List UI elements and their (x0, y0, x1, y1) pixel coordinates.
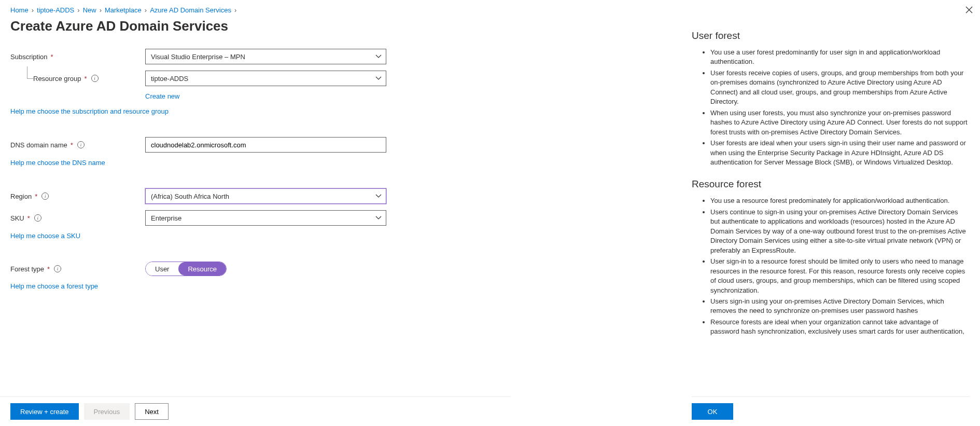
panel-heading-user-forest: User forest (692, 30, 968, 42)
forest-type-toggle: User Resource (145, 262, 227, 276)
help-panel: User forest You use a user forest predom… (681, 0, 980, 426)
dns-label: DNS domain name (10, 141, 67, 149)
resource-group-select[interactable]: tiptoe-ADDS (145, 71, 386, 86)
previous-button[interactable]: Previous (84, 403, 130, 420)
chevron-down-icon (375, 215, 382, 223)
tree-connector-icon (27, 66, 36, 79)
sku-value: Enterprise (151, 214, 181, 222)
page-title: Create Azure AD Domain Services (10, 18, 500, 34)
sku-row: SKU * i Enterprise (10, 210, 500, 226)
breadcrumb-link[interactable]: Marketplace (105, 6, 142, 14)
region-row: Region * i (Africa) South Africa North (10, 188, 500, 204)
footer: Review + create Previous Next (0, 396, 511, 426)
required-icon: * (51, 53, 53, 61)
help-dns-link[interactable]: Help me choose the DNS name (10, 159, 105, 167)
forest-toggle-resource[interactable]: Resource (178, 262, 226, 276)
region-value: (Africa) South Africa North (151, 193, 229, 200)
required-icon: * (71, 141, 73, 149)
forest-type-row: Forest type * i User Resource (10, 262, 500, 276)
dns-row: DNS domain name * i (10, 137, 500, 153)
info-icon[interactable]: i (54, 265, 61, 272)
subscription-row: Subscription * Visual Studio Enterprise … (10, 49, 500, 64)
next-button[interactable]: Next (135, 403, 169, 420)
list-item: You use a user forest predominantly for … (710, 48, 968, 67)
list-item: When using user forests, you must also s… (710, 108, 968, 137)
panel-heading-resource-forest: Resource forest (692, 178, 968, 190)
list-item: User forests are ideal when your users s… (710, 139, 968, 167)
required-icon: * (27, 214, 30, 222)
info-icon[interactable]: i (34, 214, 41, 222)
user-forest-list: You use a user forest predominantly for … (692, 48, 968, 167)
resource-group-row: Resource group * i tiptoe-ADDS (10, 71, 500, 86)
list-item: User sign-in to a resource forest should… (710, 257, 968, 295)
subscription-label: Subscription (10, 53, 48, 61)
review-create-button[interactable]: Review + create (10, 403, 79, 420)
info-icon[interactable]: i (77, 141, 85, 148)
chevron-right-icon: › (100, 6, 102, 14)
help-forest-link[interactable]: Help me choose a forest type (10, 282, 98, 290)
info-icon[interactable]: i (91, 75, 99, 82)
breadcrumb-link[interactable]: Azure AD Domain Services (150, 6, 231, 14)
chevron-down-icon (375, 193, 382, 201)
help-subscription-rg-link[interactable]: Help me choose the subscription and reso… (10, 107, 169, 115)
breadcrumb-link[interactable]: New (83, 6, 96, 14)
info-icon[interactable]: i (41, 193, 49, 200)
sku-label: SKU (10, 214, 24, 222)
help-sku-link[interactable]: Help me choose a SKU (10, 232, 80, 240)
required-icon: * (35, 193, 37, 200)
subscription-select[interactable]: Visual Studio Enterprise – MPN (145, 49, 386, 64)
ok-button[interactable]: OK (692, 403, 733, 420)
chevron-right-icon: › (145, 6, 147, 14)
list-item: Users sign-in using your on-premises Act… (710, 297, 968, 316)
breadcrumb: Home› tiptoe-ADDS› New› Marketplace› Azu… (10, 6, 500, 14)
chevron-right-icon: › (77, 6, 79, 14)
forest-toggle-user[interactable]: User (146, 262, 178, 276)
breadcrumb-link[interactable]: Home (10, 6, 29, 14)
main-form-area: Home› tiptoe-ADDS› New› Marketplace› Azu… (0, 0, 511, 426)
resource-forest-list: You use a resource forest predominately … (692, 196, 968, 336)
list-item: Users continue to sign-in using your on-… (710, 208, 968, 255)
dns-input[interactable] (145, 137, 386, 153)
panel-footer: OK (692, 396, 970, 426)
list-item: User forests receive copies of users, gr… (710, 68, 968, 107)
chevron-down-icon (375, 53, 382, 61)
breadcrumb-link[interactable]: tiptoe-ADDS (37, 6, 74, 14)
list-item: Resource forests are ideal when your org… (710, 318, 968, 337)
list-item: You use a resource forest predominately … (710, 196, 968, 205)
required-icon: * (85, 75, 87, 83)
resource-group-value: tiptoe-ADDS (151, 75, 188, 83)
sku-select[interactable]: Enterprise (145, 210, 386, 226)
required-icon: * (47, 265, 50, 273)
create-new-link[interactable]: Create new (145, 92, 179, 100)
region-label: Region (10, 193, 32, 200)
chevron-down-icon (375, 75, 382, 83)
forest-type-label: Forest type (10, 265, 44, 273)
chevron-right-icon: › (32, 6, 34, 14)
close-icon[interactable] (963, 4, 975, 18)
subscription-value: Visual Studio Enterprise – MPN (151, 53, 245, 61)
resource-group-label: Resource group (33, 75, 81, 83)
chevron-right-icon: › (234, 6, 236, 14)
panel-body: User forest You use a user forest predom… (692, 8, 970, 396)
region-select[interactable]: (Africa) South Africa North (145, 188, 386, 204)
